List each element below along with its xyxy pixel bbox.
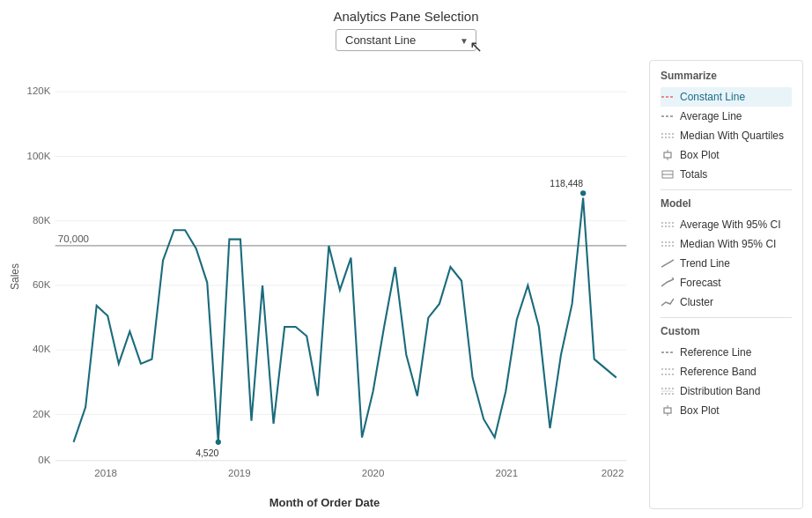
y-tick-0k: 0K xyxy=(38,455,50,465)
average-line-icon xyxy=(661,109,675,123)
item-box-plot-custom[interactable]: Box Plot xyxy=(661,401,792,420)
cursor-icon: ↖ xyxy=(469,36,483,56)
trend-line-label: Trend Line xyxy=(680,257,730,270)
box-plot-summarize-label: Box Plot xyxy=(680,149,720,161)
reference-line-label: Reference Line xyxy=(680,346,751,359)
box-plot-custom-label: Box Plot xyxy=(680,404,720,417)
y-tick-60k: 60K xyxy=(33,279,51,290)
dropdown-value: Constant Line xyxy=(345,33,416,47)
totals-label: Totals xyxy=(680,168,707,181)
avg-95ci-icon xyxy=(661,218,675,232)
reference-line-label: 70,000 xyxy=(58,233,89,244)
constant-line-label: Constant Line xyxy=(680,91,745,103)
x-tick-2020: 2020 xyxy=(362,468,385,478)
analytics-panel: Summarize Constant Line Average Line xyxy=(649,60,803,509)
y-tick-120k: 120K xyxy=(27,85,51,96)
dropdown-container: Constant Line ▼ ↖ xyxy=(336,29,476,51)
max-point xyxy=(580,190,586,196)
item-reference-line[interactable]: Reference Line xyxy=(661,343,792,362)
box-plot-icon xyxy=(661,148,675,162)
item-box-plot-summarize[interactable]: Box Plot xyxy=(661,145,792,165)
item-median-95ci[interactable]: Median With 95% CI xyxy=(661,234,792,254)
reference-line-icon xyxy=(661,345,675,359)
forecast-label: Forecast xyxy=(680,277,721,289)
item-average-line[interactable]: Average Line xyxy=(661,107,792,126)
y-axis-label: Sales xyxy=(9,60,21,492)
x-tick-2021: 2021 xyxy=(495,468,518,478)
median-95ci-icon xyxy=(661,237,675,251)
item-totals[interactable]: Totals xyxy=(661,165,792,184)
analytics-dropdown[interactable]: Constant Line ▼ ↖ xyxy=(336,29,476,51)
x-tick-2022: 2022 xyxy=(602,468,624,478)
item-reference-band[interactable]: Reference Band xyxy=(661,362,792,381)
chart-wrapper: Sales 120K 100K 80K 60K 40K 20K 0K xyxy=(9,60,640,509)
max-label: 118,448 xyxy=(550,179,583,189)
constant-line-icon xyxy=(661,90,675,104)
item-median-quartiles[interactable]: Median With Quartiles xyxy=(661,126,792,145)
median-quartiles-icon xyxy=(661,129,675,143)
average-line-label: Average Line xyxy=(680,110,742,122)
box-plot-custom-icon xyxy=(661,403,675,418)
reference-band-icon xyxy=(661,365,675,379)
y-tick-80k: 80K xyxy=(33,215,51,226)
item-trend-line[interactable]: Trend Line xyxy=(661,254,792,273)
x-axis-label: Month of Order Date xyxy=(9,496,640,509)
divider-2 xyxy=(661,317,792,318)
dropdown-arrow-icon: ▼ xyxy=(460,35,469,45)
avg-95ci-label: Average With 95% CI xyxy=(680,218,781,231)
chart-area: Sales 120K 100K 80K 60K 40K 20K 0K xyxy=(9,60,640,492)
content-area: Sales 120K 100K 80K 60K 40K 20K 0K xyxy=(0,60,812,518)
item-constant-line[interactable]: Constant Line xyxy=(661,87,792,107)
median-quartiles-label: Median With Quartiles xyxy=(680,130,784,142)
x-tick-2019: 2019 xyxy=(228,468,251,478)
section-title-summarize: Summarize xyxy=(661,70,792,82)
svg-rect-28 xyxy=(664,408,671,413)
distribution-band-icon xyxy=(661,384,675,398)
item-cluster[interactable]: Cluster xyxy=(661,292,792,312)
item-distribution-band[interactable]: Distribution Band xyxy=(661,381,792,401)
divider-1 xyxy=(661,189,792,190)
reference-band-label: Reference Band xyxy=(680,366,757,378)
item-forecast[interactable]: Forecast xyxy=(661,273,792,292)
page-title: Analytics Pane Selection xyxy=(333,9,478,24)
chart-inner: 120K 100K 80K 60K 40K 20K 0K xyxy=(23,60,640,492)
min-label: 4,520 xyxy=(196,448,218,458)
y-tick-40k: 40K xyxy=(33,344,51,354)
x-tick-2018: 2018 xyxy=(94,468,117,478)
svg-rect-12 xyxy=(664,152,671,158)
trend-line-icon xyxy=(661,256,675,270)
svg-line-21 xyxy=(672,278,674,279)
y-tick-100k: 100K xyxy=(27,151,51,161)
totals-icon xyxy=(661,167,675,181)
chart-svg: 120K 100K 80K 60K 40K 20K 0K xyxy=(23,60,640,492)
section-title-model: Model xyxy=(661,197,792,210)
cluster-label: Cluster xyxy=(680,296,713,308)
item-avg-95ci[interactable]: Average With 95% CI xyxy=(661,215,792,234)
median-95ci-label: Median With 95% CI xyxy=(680,238,776,250)
main-container: Analytics Pane Selection Constant Line ▼… xyxy=(0,0,812,518)
min-point xyxy=(216,440,221,445)
section-title-custom: Custom xyxy=(661,325,792,337)
y-tick-20k: 20K xyxy=(33,409,51,419)
distribution-band-label: Distribution Band xyxy=(680,385,760,397)
forecast-icon xyxy=(661,276,675,290)
cluster-icon xyxy=(661,295,675,309)
sales-line xyxy=(74,198,616,442)
